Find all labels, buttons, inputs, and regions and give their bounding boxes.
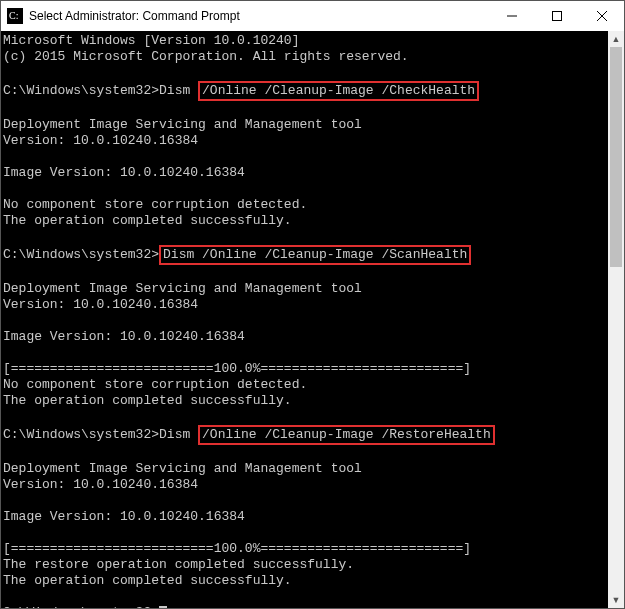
- cmd3-prefix: Dism: [159, 427, 198, 442]
- prompt: C:\Windows\system32>: [3, 83, 159, 98]
- prompt: C:\Windows\system32>: [3, 427, 159, 442]
- cmd-icon: C:: [7, 8, 23, 24]
- svg-rect-3: [552, 12, 561, 21]
- dism-image-version: Image Version: 10.0.10240.16384: [3, 165, 245, 180]
- dism-completed: The operation completed successfully.: [3, 573, 292, 588]
- dism-no-corruption: No component store corruption detected.: [3, 197, 307, 212]
- dism-no-corruption: No component store corruption detected.: [3, 377, 307, 392]
- minimize-button[interactable]: [489, 1, 534, 31]
- cmd1-highlight: /Online /Cleanup-Image /CheckHealth: [198, 81, 479, 101]
- cmd3-highlight: /Online /Cleanup-Image /RestoreHealth: [198, 425, 495, 445]
- terminal-output[interactable]: Microsoft Windows [Version 10.0.10240] (…: [1, 31, 608, 608]
- dism-version-line: Version: 10.0.10240.16384: [3, 297, 198, 312]
- prompt: C:\Windows\system32>: [3, 605, 159, 608]
- titlebar[interactable]: C: Select Administrator: Command Prompt: [1, 1, 624, 31]
- terminal-area: Microsoft Windows [Version 10.0.10240] (…: [1, 31, 624, 608]
- dism-image-version: Image Version: 10.0.10240.16384: [3, 329, 245, 344]
- dism-tool-line: Deployment Image Servicing and Managemen…: [3, 461, 362, 476]
- dism-completed: The operation completed successfully.: [3, 393, 292, 408]
- cmd2-highlight: Dism /Online /Cleanup-Image /ScanHealth: [159, 245, 471, 265]
- dism-image-version: Image Version: 10.0.10240.16384: [3, 509, 245, 524]
- scroll-up-button[interactable]: ▲: [608, 31, 624, 47]
- os-banner-line2: (c) 2015 Microsoft Corporation. All righ…: [3, 49, 409, 64]
- maximize-button[interactable]: [534, 1, 579, 31]
- dism-version-line: Version: 10.0.10240.16384: [3, 133, 198, 148]
- prompt: C:\Windows\system32>: [3, 247, 159, 262]
- dism-version-line: Version: 10.0.10240.16384: [3, 477, 198, 492]
- vertical-scrollbar[interactable]: ▲ ▼: [608, 31, 624, 608]
- scroll-down-button[interactable]: ▼: [608, 592, 624, 608]
- dism-tool-line: Deployment Image Servicing and Managemen…: [3, 117, 362, 132]
- os-banner-line1: Microsoft Windows [Version 10.0.10240]: [3, 33, 299, 48]
- svg-text:C:: C:: [9, 10, 18, 21]
- dism-progress: [==========================100.0%=======…: [3, 361, 471, 376]
- cursor: [159, 606, 167, 608]
- dism-restore-completed: The restore operation completed successf…: [3, 557, 354, 572]
- scroll-thumb[interactable]: [610, 47, 622, 267]
- dism-tool-line: Deployment Image Servicing and Managemen…: [3, 281, 362, 296]
- command-prompt-window: C: Select Administrator: Command Prompt …: [0, 0, 625, 609]
- cmd1-prefix: Dism: [159, 83, 198, 98]
- dism-completed: The operation completed successfully.: [3, 213, 292, 228]
- dism-progress: [==========================100.0%=======…: [3, 541, 471, 556]
- close-button[interactable]: [579, 1, 624, 31]
- window-title: Select Administrator: Command Prompt: [29, 9, 240, 23]
